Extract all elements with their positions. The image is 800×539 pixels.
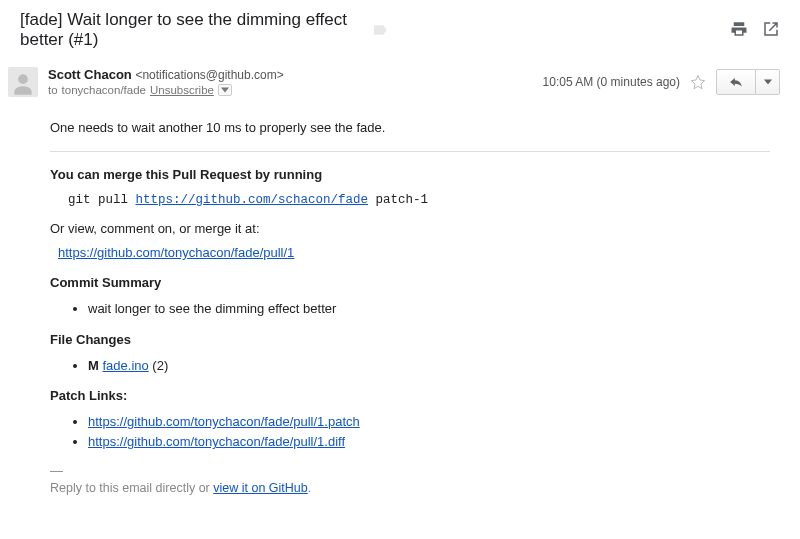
reply-button-group bbox=[716, 69, 780, 95]
or-text: Or view, comment on, or merge it at: bbox=[50, 220, 770, 238]
sender-block: Scott Chacon <notifications@github.com> … bbox=[48, 67, 543, 96]
view-on-github-link[interactable]: view it on GitHub bbox=[213, 481, 307, 495]
file-link[interactable]: fade.ino bbox=[102, 358, 148, 373]
footer-suffix: . bbox=[308, 481, 311, 495]
reply-button[interactable] bbox=[716, 69, 756, 95]
pr-url-link[interactable]: https://github.com/tonychacon/fade/pull/… bbox=[58, 245, 294, 260]
file-marker: M bbox=[88, 358, 99, 373]
patch-list: https://github.com/tonychacon/fade/pull/… bbox=[50, 413, 770, 451]
diff-link[interactable]: https://github.com/tonychacon/fade/pull/… bbox=[88, 434, 345, 449]
recipient-line: to tonychacon/fade Unsubscribe bbox=[48, 84, 543, 96]
list-item: M fade.ino (2) bbox=[88, 357, 770, 375]
commit-heading: Commit Summary bbox=[50, 274, 770, 292]
star-icon[interactable] bbox=[690, 74, 706, 90]
footer-line: Reply to this email directly or view it … bbox=[50, 480, 770, 498]
file-count: (2) bbox=[152, 358, 168, 373]
avatar bbox=[8, 67, 38, 97]
print-icon[interactable] bbox=[730, 20, 748, 41]
intro-text: One needs to wait another 10 ms to prope… bbox=[50, 119, 770, 137]
recipient-prefix: to bbox=[48, 84, 58, 96]
files-list: M fade.ino (2) bbox=[50, 357, 770, 375]
subject-bar: [fade] Wait longer to see the dimming ef… bbox=[0, 0, 800, 59]
list-item: https://github.com/tonychacon/fade/pull/… bbox=[88, 433, 770, 451]
email-subject: [fade] Wait longer to see the dimming ef… bbox=[20, 10, 362, 50]
footer-prefix: Reply to this email directly or bbox=[50, 481, 213, 495]
toolbar-icons bbox=[730, 20, 780, 41]
git-command: git pull https://github.com/schacon/fade… bbox=[68, 192, 770, 210]
commit-list: wait longer to see the dimming effect be… bbox=[50, 300, 770, 318]
cmd-suffix: patch-1 bbox=[368, 193, 428, 207]
open-new-window-icon[interactable] bbox=[762, 20, 780, 41]
list-item: https://github.com/tonychacon/fade/pull/… bbox=[88, 413, 770, 431]
message-meta: 10:05 AM (0 minutes ago) bbox=[543, 67, 780, 95]
details-dropdown[interactable] bbox=[218, 84, 232, 96]
cmd-prefix: git pull bbox=[68, 193, 136, 207]
footer-dash: — bbox=[50, 462, 770, 480]
more-actions-button[interactable] bbox=[756, 69, 780, 95]
email-body: One needs to wait another 10 ms to prope… bbox=[0, 101, 800, 511]
separator bbox=[50, 151, 770, 152]
timestamp: 10:05 AM (0 minutes ago) bbox=[543, 75, 680, 89]
sender-name: Scott Chacon bbox=[48, 67, 132, 82]
unsubscribe-link[interactable]: Unsubscribe bbox=[150, 84, 214, 96]
message-header: Scott Chacon <notifications@github.com> … bbox=[0, 59, 800, 101]
list-item: wait longer to see the dimming effect be… bbox=[88, 300, 770, 318]
recipient-name: tonychacon/fade bbox=[62, 84, 146, 96]
patch-link[interactable]: https://github.com/tonychacon/fade/pull/… bbox=[88, 414, 360, 429]
files-heading: File Changes bbox=[50, 331, 770, 349]
patch-heading: Patch Links: bbox=[50, 387, 770, 405]
merge-heading: You can merge this Pull Request by runni… bbox=[50, 166, 770, 184]
sender-email: <notifications@github.com> bbox=[135, 68, 283, 82]
sender-line: Scott Chacon <notifications@github.com> bbox=[48, 67, 543, 82]
label-icon[interactable] bbox=[372, 22, 388, 38]
cmd-url-link[interactable]: https://github.com/schacon/fade bbox=[136, 193, 369, 207]
